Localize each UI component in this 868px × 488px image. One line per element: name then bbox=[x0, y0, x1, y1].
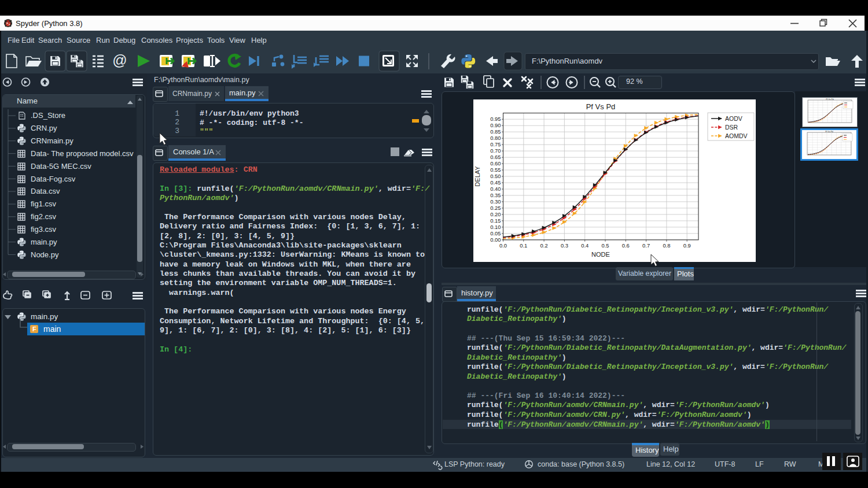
svg-text:0.45: 0.45 bbox=[490, 179, 501, 186]
svg-text:0.1: 0.1 bbox=[520, 242, 527, 249]
svg-text:Pf Vs Pd: Pf Vs Pd bbox=[586, 102, 616, 111]
svg-text:0.75: 0.75 bbox=[490, 141, 501, 147]
svg-text:0.10: 0.10 bbox=[490, 224, 501, 230]
svg-text:0.2: 0.2 bbox=[540, 242, 548, 249]
svg-text:0.30: 0.30 bbox=[490, 198, 501, 205]
svg-text:0.5: 0.5 bbox=[601, 242, 609, 249]
svg-text:0.55: 0.55 bbox=[490, 167, 501, 173]
svg-text:0.9: 0.9 bbox=[683, 242, 691, 249]
svg-text:DELAY: DELAY bbox=[474, 166, 481, 187]
svg-text:Pf Vs Pd: Pf Vs Pd bbox=[825, 131, 833, 133]
svg-text:0.90: 0.90 bbox=[490, 122, 501, 128]
svg-text:Pf Vs Pd: Pf Vs Pd bbox=[826, 98, 834, 101]
svg-text:0.8: 0.8 bbox=[663, 242, 670, 249]
svg-text:0.6: 0.6 bbox=[622, 242, 630, 249]
svg-text:0.0: 0.0 bbox=[499, 242, 507, 249]
svg-text:0.25: 0.25 bbox=[490, 205, 501, 211]
svg-text:0.7: 0.7 bbox=[642, 242, 650, 249]
svg-text:0.15: 0.15 bbox=[490, 217, 501, 224]
svg-text:0.4: 0.4 bbox=[581, 242, 589, 249]
svg-text:0.05: 0.05 bbox=[490, 230, 501, 236]
svg-text:@: @ bbox=[112, 52, 127, 68]
svg-text:DSR: DSR bbox=[725, 124, 738, 131]
svg-text:0.85: 0.85 bbox=[490, 128, 501, 135]
svg-text:0.40: 0.40 bbox=[490, 186, 501, 192]
svg-text:0.3: 0.3 bbox=[561, 242, 568, 249]
svg-text:0.50: 0.50 bbox=[490, 173, 501, 179]
svg-text:AODV: AODV bbox=[725, 115, 742, 122]
svg-text:0.35: 0.35 bbox=[490, 192, 501, 198]
svg-text:0.95: 0.95 bbox=[490, 116, 501, 122]
svg-text:0.20: 0.20 bbox=[490, 211, 501, 217]
svg-text:0.80: 0.80 bbox=[490, 135, 501, 141]
svg-text:NODE: NODE bbox=[591, 251, 610, 258]
svg-text:0.65: 0.65 bbox=[490, 154, 501, 160]
svg-text:0.60: 0.60 bbox=[490, 160, 501, 167]
svg-text:0.70: 0.70 bbox=[490, 147, 501, 154]
svg-text:AOMDV: AOMDV bbox=[725, 132, 748, 139]
